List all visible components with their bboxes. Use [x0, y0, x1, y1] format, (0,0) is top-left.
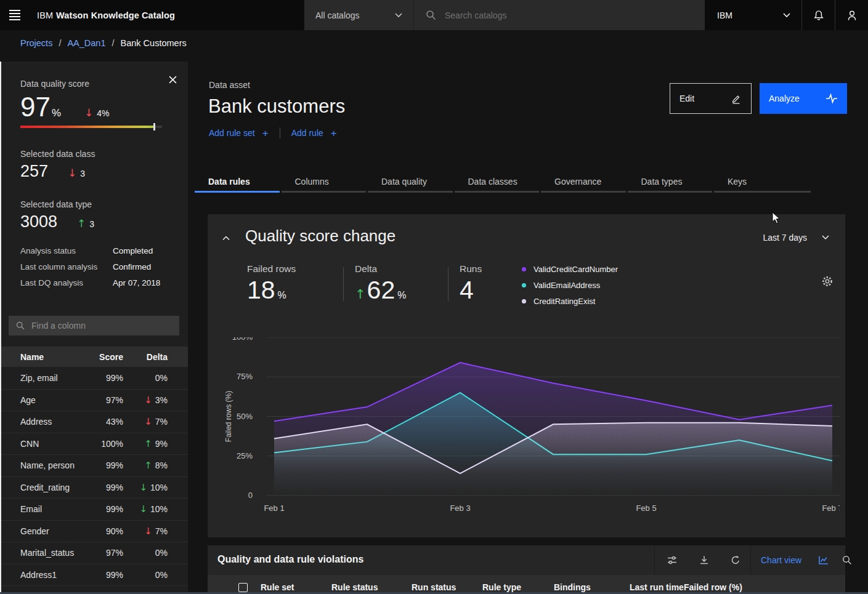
column-table-body: Zip, email 99% 0% Age 97% 3% [0, 367, 188, 585]
tab[interactable]: Keys [714, 173, 811, 193]
chevron-down-icon [783, 13, 790, 18]
data-class-label: Selected data class [20, 149, 95, 159]
analyze-button[interactable]: Analyze [760, 83, 847, 114]
cell-name: Age [20, 395, 87, 405]
cell-score: 90% [87, 526, 123, 536]
cell-name: Gender [20, 526, 87, 536]
violations-column-header: Bindings [554, 582, 630, 592]
legend-item[interactable]: CreditRatingExist [522, 297, 618, 306]
legend-label: ValidCreditCardNumber [533, 265, 618, 274]
cell-delta: 10% [123, 504, 168, 514]
tab-label: Data types [641, 177, 683, 187]
gear-icon [821, 275, 834, 287]
tab-underline [455, 191, 540, 193]
column-table-header: Name Score Delta [0, 347, 188, 367]
cell-score: 97% [87, 548, 123, 558]
rule-actions: Add rule set+ Add rule+ [209, 127, 337, 138]
legend-label: CreditRatingExist [533, 297, 595, 306]
trend-arrow-icon [139, 505, 147, 514]
cell-delta: 9% [123, 439, 168, 449]
table-row[interactable]: Credit_rating 99% 10% [0, 476, 188, 499]
tab-underline [714, 191, 811, 193]
data-class-delta: 3 [68, 168, 85, 179]
settings-adjust-icon [667, 555, 678, 566]
select-all-checkbox[interactable] [238, 583, 248, 592]
account-dropdown-label: IBM [717, 10, 732, 20]
cell-delta: 8% [123, 460, 168, 470]
table-search-button[interactable] [835, 548, 859, 572]
table-row[interactable]: Address 43% 7% [0, 411, 188, 433]
tab[interactable]: Data types [628, 173, 713, 193]
legend-item[interactable]: ValidCreditCardNumber [522, 265, 618, 274]
analysis-status-list: Analysis status Completed Last column an… [20, 246, 168, 294]
breadcrumb-item: Bank Customers / [121, 38, 187, 48]
filter-settings-button[interactable] [660, 548, 684, 572]
header-name: Name [20, 352, 87, 362]
add-rule-set-button[interactable]: Add rule set+ [209, 128, 269, 138]
catalog-dropdown[interactable]: All catalogs [304, 0, 414, 30]
tab[interactable]: Governance [541, 173, 626, 193]
breadcrumb-link[interactable]: Projects [20, 38, 52, 48]
cell-name: Address [20, 417, 87, 427]
analysis-status-row: Analysis status Completed [20, 246, 168, 255]
legend-item[interactable]: ValidEmailAddress [522, 281, 618, 290]
chart-kpis: Failed rows 18% Delta 62% Runs 4 [247, 263, 511, 303]
table-row[interactable]: Zip, email 99% 0% [0, 367, 188, 389]
find-column-input[interactable] [31, 321, 167, 331]
notifications-button[interactable] [801, 0, 835, 30]
tab[interactable]: Columns [282, 173, 367, 193]
search-icon [842, 555, 853, 566]
analysis-row-value: Apr 07, 2018 [113, 278, 160, 287]
tab-underline [195, 191, 280, 193]
column-score-table: Name Score Delta Zip, email 99% 0% [0, 347, 188, 594]
pencil-icon [731, 93, 742, 104]
refresh-button[interactable] [724, 548, 747, 572]
tab-underline [541, 191, 626, 193]
violations-column-header: Last run time [630, 582, 684, 592]
violations-header: Quality and data rule violations Chart v… [208, 545, 845, 575]
breadcrumb-separator: / [112, 38, 115, 48]
svg-text:0: 0 [248, 491, 253, 500]
cell-score: 99% [87, 504, 123, 514]
table-row[interactable]: Name, person 99% 8% [0, 454, 188, 476]
breadcrumb-link[interactable]: AA_Dan1 [67, 38, 105, 48]
analysis-row-value: Completed [113, 246, 153, 255]
tab[interactable]: Data rules [195, 173, 280, 193]
search-input[interactable] [445, 10, 679, 20]
trend-arrow-icon [144, 439, 152, 449]
data-quality-sidebar: Data quality score 97% 4% Selected data … [0, 62, 188, 594]
table-row[interactable]: Marital_status 97% 0% [0, 542, 188, 564]
tab[interactable]: Data classes [455, 173, 540, 193]
trend-arrow-icon [144, 461, 152, 470]
header-delta: Delta [123, 352, 168, 362]
chart-settings-button[interactable] [821, 275, 835, 288]
edit-button[interactable]: Edit [670, 83, 752, 114]
user-avatar-button[interactable] [835, 0, 868, 30]
tab[interactable]: Data quality [368, 173, 453, 193]
time-range-dropdown[interactable]: Last 7 days [763, 233, 829, 243]
collapse-section-button[interactable] [222, 231, 236, 245]
page-title: Bank customers [208, 95, 345, 118]
svg-text:Feb 7: Feb 7 [822, 504, 840, 513]
close-sidebar-button[interactable] [166, 73, 179, 86]
plus-icon: + [262, 128, 269, 138]
account-dropdown[interactable]: IBM [704, 0, 801, 30]
table-row[interactable]: Email 99% 10% [0, 498, 188, 520]
download-button[interactable] [692, 548, 716, 572]
trend-arrow-icon [144, 417, 152, 427]
add-rule-button[interactable]: Add rule+ [291, 128, 337, 138]
reset-icon [730, 555, 741, 566]
breadcrumb-link[interactable]: Bank Customers [121, 38, 187, 48]
chart-view-toggle[interactable]: Chart view [761, 548, 829, 572]
violations-column-header: Run status [412, 582, 482, 592]
quality-score-block: Data quality score 97% 4% [20, 79, 110, 121]
violations-title: Quality and data rule violations [217, 554, 363, 565]
data-class-block: Selected data class 257 3 [20, 149, 95, 180]
table-row[interactable]: Gender 90% 7% [0, 520, 188, 542]
menu-icon[interactable] [0, 0, 30, 30]
svg-text:75%: 75% [237, 372, 253, 381]
table-row[interactable]: CNN 100% 9% [0, 433, 188, 455]
quality-score-gauge [20, 126, 162, 128]
table-row[interactable]: Age 97% 3% [0, 389, 188, 411]
table-row[interactable]: Address1 99% 0% [0, 564, 188, 586]
